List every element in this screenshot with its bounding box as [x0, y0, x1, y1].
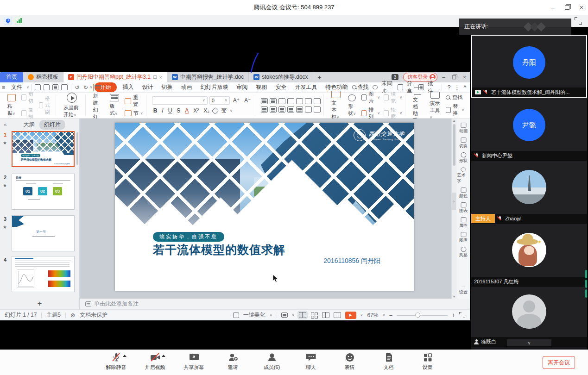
reset-slide-button[interactable]: 重置 [125, 94, 143, 108]
slide-thumbnail-4[interactable] [12, 256, 75, 292]
increase-font-button[interactable]: A⁺ [232, 97, 241, 104]
subscript-button[interactable]: X₂ [202, 107, 211, 114]
minimize-button[interactable]: – [551, 4, 555, 11]
arrange-button[interactable]: 排列∨ [361, 106, 380, 120]
slide-layout-button[interactable]: 版式∨ [108, 94, 121, 117]
replace-button[interactable]: 替换∨ [446, 103, 464, 117]
rail-settings[interactable]: ···设置 [459, 285, 467, 295]
align-right-icon[interactable] [278, 106, 285, 112]
normal-view-button[interactable] [299, 312, 306, 318]
zoom-level-label[interactable]: 67% [367, 312, 378, 319]
rail-shapes[interactable]: 形状 [459, 152, 467, 164]
video-options-caret[interactable] [162, 355, 165, 357]
leave-meeting-button[interactable]: 离开会议 [543, 356, 575, 369]
participant-tile[interactable]: ★ 2016115307 凡红梅 [471, 224, 587, 287]
fill-button[interactable]: 填充∨ [384, 91, 402, 105]
animation-star-icon[interactable]: ★ [3, 140, 7, 145]
undo-icon[interactable]: ↺ [73, 84, 82, 91]
align-center-icon[interactable] [270, 106, 277, 112]
align-text-icon[interactable] [305, 98, 312, 104]
font-family-combo[interactable]: ∨ [152, 96, 208, 105]
add-slide-button-area[interactable]: + [0, 299, 80, 309]
beautify-button[interactable]: 一键美化 [243, 311, 266, 319]
tab-docer-templates[interactable]: 稻壳模板 [23, 72, 63, 82]
rail-colors[interactable]: 颜色 [459, 188, 467, 199]
invite-button[interactable]: 邀请 [220, 352, 247, 371]
new-tab-button[interactable]: + [313, 72, 326, 82]
underline-button[interactable]: U [167, 107, 174, 114]
text-direction-icon[interactable] [296, 98, 303, 104]
tab-home[interactable]: 首页 [0, 72, 23, 82]
menu-animation[interactable]: 动画 [177, 83, 196, 91]
font-size-combo[interactable]: 0∨ [209, 96, 230, 105]
expand-rail-icon[interactable]: › [451, 193, 456, 210]
share-screen-button[interactable]: 共享屏幕 [181, 352, 208, 371]
menu-find[interactable]: 查找 [356, 83, 373, 91]
animation-star-icon[interactable]: ★ [3, 183, 7, 188]
hamburger-menu-icon[interactable]: ≡ [0, 84, 7, 91]
security-shield-icon[interactable] [4, 17, 12, 25]
participants-scrollbar[interactable] [585, 270, 587, 298]
settings-button[interactable]: 设置 [414, 352, 441, 371]
reading-view-button[interactable] [322, 312, 329, 318]
menu-design[interactable]: 设计 [138, 83, 158, 91]
menu-security[interactable]: 安全 [272, 83, 291, 91]
numbered-list-icon[interactable] [270, 98, 277, 104]
tab-slides[interactable]: 幻灯片 [39, 120, 65, 130]
slide-thumbnail-1[interactable]: 竢实扬华，自强不息 若干流体模型的数值求解 2016110856 闫丹阳 [12, 131, 75, 167]
save-icon[interactable] [35, 84, 41, 90]
zoom-in-button[interactable]: + [452, 312, 455, 319]
notes-bar[interactable]: 单击此处添加备注 [80, 299, 470, 309]
participant-tile[interactable]: 尹懿 新闻中心尹懿 [471, 98, 587, 161]
unmute-button[interactable]: 解除静音 [103, 352, 130, 371]
pin-tab-icon[interactable]: ⊡ [153, 75, 157, 80]
start-video-button[interactable]: 开启视频 [142, 352, 169, 371]
strikethrough-button[interactable]: S [175, 107, 182, 114]
cut-button[interactable]: 剪切 [21, 91, 35, 105]
format-painter-button[interactable]: 格式刷 [39, 95, 53, 116]
network-signal-icon[interactable] [15, 17, 23, 25]
picture-button[interactable]: 图片∨ [361, 91, 380, 105]
close-button[interactable]: × [580, 4, 583, 11]
collapse-panel-icon[interactable]: « [4, 121, 7, 128]
play-from-current-button[interactable]: 从当前开始∨ [62, 93, 82, 118]
collapse-ribbon-icon[interactable]: ^ [463, 84, 466, 91]
menu-view[interactable]: 视图 [252, 83, 272, 91]
share-icon[interactable] [398, 84, 403, 90]
help-icon[interactable]: ? [448, 84, 451, 91]
cloud-sync-icon[interactable] [373, 85, 378, 89]
font-color-button[interactable]: A [183, 107, 190, 114]
zoom-slider[interactable] [397, 315, 448, 316]
more-options-icon[interactable]: ⋮ [454, 84, 460, 91]
search-icon[interactable] [352, 85, 356, 90]
menu-file[interactable]: 文件 [7, 83, 26, 91]
fit-slide-icon[interactable] [459, 312, 465, 318]
animation-star-icon[interactable]: ★ [3, 225, 7, 230]
tab-word-report[interactable]: W 中期答辩报告_统计学.doc [167, 72, 249, 82]
slideshow-play-button[interactable]: ▶ [345, 312, 356, 319]
bold-button[interactable]: B [152, 107, 159, 114]
export-icon[interactable] [44, 84, 50, 90]
copy-button[interactable]: 复制 [21, 106, 35, 120]
superscript-button[interactable]: X² [192, 107, 200, 114]
zoom-out-button[interactable]: – [389, 312, 392, 319]
restore-button[interactable] [565, 5, 569, 10]
textbox-button[interactable]: 文本框∨ [329, 91, 342, 120]
decrease-font-button[interactable]: A⁻ [243, 97, 252, 104]
notes-toggle-icon[interactable] [281, 312, 288, 318]
columns-icon[interactable] [314, 106, 321, 112]
docs-button[interactable]: 文档 [375, 352, 402, 371]
rail-transition[interactable]: 切换 [459, 138, 467, 149]
bullet-list-icon[interactable] [261, 98, 268, 104]
fullscreen-icon[interactable] [575, 17, 582, 25]
mic-options-caret[interactable] [123, 355, 126, 357]
menu-features[interactable]: 特色功能 [322, 83, 352, 91]
menu-insert[interactable]: 插入 [119, 83, 138, 91]
paragraph-spacing-icon[interactable] [305, 106, 312, 112]
members-button[interactable]: 成员(6) [259, 352, 285, 371]
slide-thumbnail-2[interactable]: 目录 01 02 03 [12, 174, 75, 210]
align-left-icon[interactable] [261, 106, 268, 112]
rail-charts[interactable]: 图表 [459, 202, 467, 214]
participant-tile-host[interactable]: 主持人 Zhaojyl [471, 161, 587, 224]
rail-wordart[interactable]: 艺术字 [457, 168, 469, 184]
